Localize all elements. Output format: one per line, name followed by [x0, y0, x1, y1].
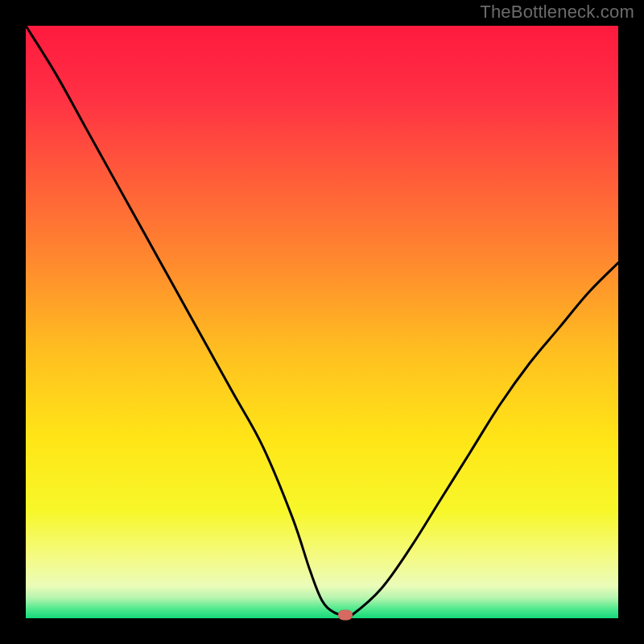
- attribution-text: TheBottleneck.com: [480, 2, 634, 23]
- plot-area: [26, 26, 618, 618]
- chart-stage: TheBottleneck.com: [0, 0, 644, 644]
- gradient-fill: [26, 26, 618, 618]
- optimal-point-marker: [338, 610, 353, 621]
- bottleneck-chart: [26, 26, 618, 618]
